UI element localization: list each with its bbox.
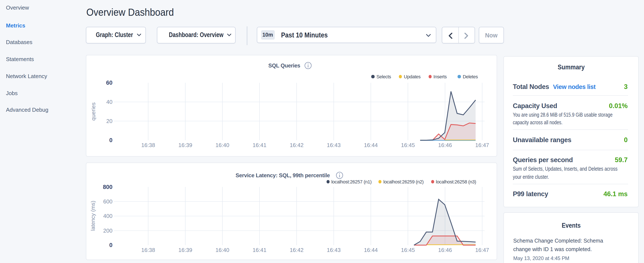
- svg-text:16:47: 16:47: [475, 142, 489, 148]
- svg-text:40: 40: [106, 99, 112, 105]
- svg-text:16:39: 16:39: [178, 247, 192, 253]
- svg-text:latency (ms): latency (ms): [90, 201, 96, 231]
- svg-text:600: 600: [103, 198, 112, 205]
- svg-text:queries: queries: [90, 102, 96, 120]
- svg-text:16:43: 16:43: [327, 142, 340, 148]
- svg-text:16:47: 16:47: [475, 247, 489, 253]
- svg-text:16:46: 16:46: [438, 142, 452, 148]
- svg-text:16:41: 16:41: [252, 247, 266, 253]
- svg-text:800: 800: [103, 184, 112, 190]
- svg-text:16:44: 16:44: [364, 247, 378, 253]
- svg-text:16:42: 16:42: [290, 247, 304, 253]
- svg-text:400: 400: [103, 213, 112, 219]
- svg-text:0: 0: [109, 242, 112, 248]
- svg-text:20: 20: [106, 118, 112, 124]
- svg-text:16:43: 16:43: [327, 247, 340, 253]
- svg-text:16:40: 16:40: [216, 247, 229, 253]
- svg-text:16:42: 16:42: [290, 142, 304, 148]
- svg-text:16:38: 16:38: [141, 142, 155, 148]
- svg-text:200: 200: [103, 227, 112, 234]
- svg-text:60: 60: [106, 80, 112, 86]
- svg-text:0: 0: [109, 137, 112, 143]
- svg-text:16:38: 16:38: [141, 247, 155, 253]
- svg-text:16:39: 16:39: [178, 142, 192, 148]
- svg-text:16:41: 16:41: [252, 142, 266, 148]
- svg-text:16:44: 16:44: [364, 142, 378, 148]
- svg-text:16:45: 16:45: [401, 142, 415, 148]
- svg-text:16:45: 16:45: [401, 247, 415, 253]
- svg-text:16:46: 16:46: [438, 247, 452, 253]
- svg-text:16:40: 16:40: [216, 142, 229, 148]
